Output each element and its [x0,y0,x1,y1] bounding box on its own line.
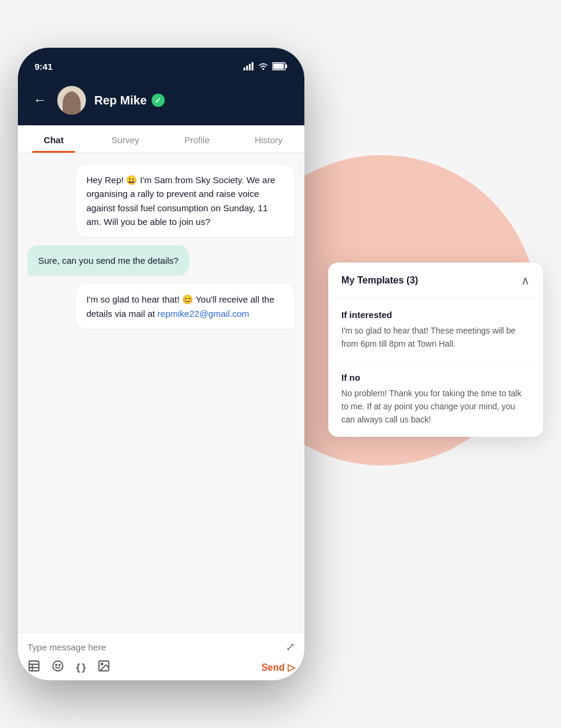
expand-icon[interactable]: ⤢ [286,640,295,653]
svg-point-16 [101,663,103,665]
status-icons [243,62,288,70]
bubble-out-1: Hey Rep! 😀 I'm Sam from Sky Society. We … [76,165,295,237]
emoji-icon[interactable] [51,659,64,675]
contact-name: Rep Mike ✓ [94,94,165,107]
template-icon[interactable] [27,659,41,675]
message-out-2: I'm so glad to hear that! 😊 You'll recei… [76,284,295,329]
collapse-button[interactable]: ∧ [521,273,530,288]
avatar-body [63,92,81,115]
code-icon[interactable]: {} [75,662,87,673]
template-name-interested: If interested [341,310,530,320]
battery-icon [272,62,288,70]
tab-chat[interactable]: Chat [18,125,90,152]
tabs: Chat Survey Profile History [18,125,304,153]
send-button[interactable]: Send ▷ [261,662,295,673]
phone-screen: Chat Survey Profile History Hey Rep! 😀 I… [18,125,304,680]
bubble-in-1: Sure, can you send me the details? [27,245,189,276]
input-row: ⤢ [27,640,295,653]
svg-rect-1 [246,66,248,70]
phone-device: 9:41 [18,48,304,680]
template-item-no[interactable]: If no No problem! Thank you for taking t… [328,362,543,437]
tab-survey[interactable]: Survey [90,125,161,152]
svg-rect-8 [29,661,39,671]
message-out-1: Hey Rep! 😀 I'm Sam from Sky Society. We … [76,165,295,237]
phone-notch [122,48,200,64]
message-in-1: Sure, can you send me the details? [27,245,189,276]
svg-rect-7 [273,64,284,69]
svg-rect-6 [286,64,288,68]
avatar [57,86,86,115]
wifi-icon [258,62,269,70]
back-button[interactable]: ← [31,90,49,110]
svg-rect-3 [252,62,254,70]
tab-profile[interactable]: Profile [161,125,233,152]
scene: 9:41 [0,0,561,728]
template-item-interested[interactable]: If interested I'm so glad to hear that! … [328,299,543,362]
email-link[interactable]: repmike22@gmail.com [158,309,249,319]
svg-point-14 [59,664,60,665]
input-area: ⤢ [18,633,304,680]
verified-badge: ✓ [152,94,165,107]
template-text-no: No problem! Thank you for taking the tim… [341,387,530,426]
status-time: 9:41 [35,61,53,72]
chat-messages: Hey Rep! 😀 I'm Sam from Sky Society. We … [18,153,304,633]
templates-panel: My Templates (3) ∧ If interested I'm so … [328,263,543,437]
chat-header: ← Rep Mike ✓ [18,80,304,125]
templates-title: My Templates (3) [341,275,418,286]
svg-point-4 [263,68,264,70]
send-arrow-icon: ▷ [288,662,295,673]
message-input[interactable] [27,642,281,652]
image-icon[interactable] [97,659,110,675]
bubble-out-2: I'm so glad to hear that! 😊 You'll recei… [76,284,295,329]
svg-rect-0 [243,67,245,70]
toolbar-icons: {} [27,659,110,675]
svg-point-12 [53,661,63,671]
tab-history[interactable]: History [233,125,304,152]
toolbar-row: {} Send ▷ [27,659,295,675]
svg-rect-2 [249,64,251,70]
svg-point-13 [56,664,57,665]
templates-header: My Templates (3) ∧ [328,263,543,299]
template-name-no: If no [341,372,530,382]
template-text-interested: I'm so glad to hear that! These meetings… [341,325,530,350]
signal-icon [243,62,254,70]
